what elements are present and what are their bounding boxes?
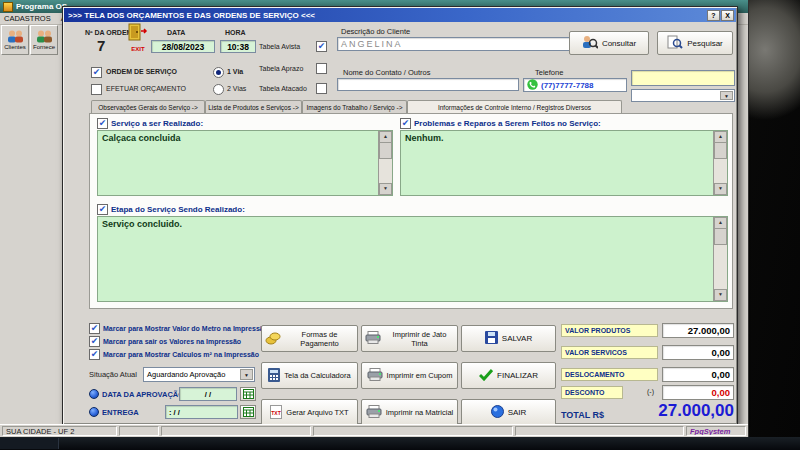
printer-icon (365, 331, 381, 346)
sair-valores-checkbox[interactable] (89, 336, 100, 347)
extra-yellow-field[interactable] (631, 70, 735, 86)
tab-controle-interno[interactable]: Informações de Controle Interno / Regist… (407, 100, 622, 114)
efetuar-orcamento-label: EFETUAR ORÇAMENTO (106, 85, 186, 92)
tab-lista-produtos[interactable]: Lista de Produtos e Serviços -> (205, 100, 302, 114)
data-aprovacao-calendar-button[interactable] (240, 387, 256, 401)
telefone-label: Telefone (535, 68, 563, 77)
tabela-avista-label: Tabela Avista (259, 43, 300, 50)
tab-observacoes-gerais[interactable]: Observações Gerais do Serviço -> (91, 100, 205, 114)
radio-2-vias[interactable] (213, 84, 224, 95)
problemas-checkbox[interactable] (400, 118, 411, 129)
sair-label: SAIR (508, 408, 527, 417)
sair-button[interactable]: SAIR (461, 399, 556, 426)
contato-label: Nome do Contato / Outros (343, 68, 431, 77)
menu-cadastros[interactable]: CADASTROS (4, 14, 51, 23)
taskbar[interactable] (0, 437, 800, 450)
blue-bullet-icon (89, 389, 99, 399)
tabela-aprazo-label: Tabela Aprazo (259, 65, 303, 72)
tabela-aprazo-checkbox[interactable] (316, 63, 327, 74)
imprimir-cupom-button[interactable]: Imprimir em Cupom (361, 362, 458, 389)
tabela-avista-checkbox[interactable] (316, 41, 327, 52)
exit-button[interactable]: EXIT (127, 23, 149, 52)
formas-pagamento-label: Formas de Pagamento (285, 330, 354, 348)
deslocamento-field[interactable]: 0,00 (662, 367, 734, 382)
scrollbar-thumb[interactable] (379, 142, 392, 159)
formas-pagamento-button[interactable]: Formas de Pagamento (261, 325, 358, 352)
salvar-button[interactable]: SALVAR (461, 325, 556, 352)
clientes-button[interactable]: Clientes (1, 25, 29, 55)
valor-servicos-value: 0,00 (712, 347, 731, 358)
whatsapp-icon[interactable] (527, 79, 538, 92)
exit-label: EXIT (131, 46, 144, 52)
scrollbar[interactable] (713, 131, 727, 195)
gerar-txt-button[interactable]: TXT Gerar Arquivo TXT (261, 399, 358, 426)
scrollbar[interactable] (713, 217, 727, 301)
situacao-atual-combobox[interactable]: Aguardando Aprovação (143, 367, 255, 382)
app-icon (3, 2, 13, 12)
tab-imagens-trabalho[interactable]: Imagens do Trabalho / Serviço -> (302, 100, 407, 114)
order-number-value: 7 (97, 37, 105, 54)
statusbar-panel (161, 426, 311, 436)
problemas-textarea[interactable]: Nenhum. (400, 130, 728, 196)
entrega-field[interactable]: : / / (165, 405, 238, 419)
date-value: 28/08/2023 (162, 42, 205, 52)
consultar-button[interactable]: Consultar (569, 31, 649, 55)
etapa-checkbox[interactable] (97, 204, 108, 215)
scrollbar-thumb[interactable] (714, 228, 727, 245)
tabela-atacado-checkbox[interactable] (316, 83, 327, 94)
telefone-value: (77)7777-7788 (541, 81, 593, 90)
etapa-textarea[interactable]: Serviço concluido. (97, 216, 728, 302)
data-aprovacao-field[interactable]: / / (179, 387, 237, 401)
order-number-label: Nº DA ORDEM (85, 29, 132, 36)
time-field[interactable]: 10:38 (220, 40, 256, 53)
scrollbar-thumb[interactable] (714, 142, 727, 159)
tela-calculadora-button[interactable]: Tela da Calculadora (261, 362, 358, 389)
telefone-field[interactable]: (77)7777-7788 (523, 78, 627, 92)
fornecedores-button[interactable]: Fornece (30, 25, 58, 55)
problemas-label: Problemas e Reparos a Serem Feitos no Se… (414, 119, 601, 128)
window-title: >>> TELA DOS ORÇAMENTOS E DAS ORDENS DE … (66, 11, 706, 20)
efetuar-orcamento-checkbox[interactable] (91, 84, 102, 95)
radio-2-vias-label: 2 Vias (227, 85, 246, 92)
data-aprovacao-value: / / (205, 390, 211, 399)
descricao-cliente-field[interactable]: ANGELINA (337, 37, 571, 51)
desconto-field[interactable]: 0,00 (662, 385, 734, 400)
desconto-value: 0,00 (712, 387, 731, 398)
check-icon (479, 369, 493, 383)
time-value: 10:38 (227, 42, 249, 52)
imprimir-jato-button[interactable]: Imprimir de Jato Tinta (361, 325, 458, 352)
mostrar-valor-metro-checkbox[interactable] (89, 323, 100, 334)
finalizar-button[interactable]: FINALIZAR (461, 362, 556, 389)
extra-combobox[interactable] (631, 89, 735, 102)
entrega-calendar-button[interactable] (240, 405, 256, 419)
calculos-m2-checkbox[interactable] (89, 349, 100, 360)
valor-produtos-field[interactable]: 27.000,00 (662, 323, 734, 338)
floppy-disk-icon (485, 331, 498, 346)
ordem-servico-label: ORDEM DE SERVIÇO (106, 68, 177, 75)
tela-calculadora-label: Tela da Calculadora (284, 371, 350, 380)
salvar-label: SALVAR (502, 334, 532, 343)
imprimir-matricial-button[interactable]: Imprimir na Matricial (361, 399, 458, 426)
ordem-servico-checkbox[interactable] (91, 67, 102, 78)
close-button[interactable]: X (721, 10, 734, 21)
servico-realizado-text: Calçaca concluida (102, 133, 181, 143)
problemas-text: Nenhum. (405, 133, 444, 143)
calculator-icon (268, 368, 280, 384)
date-field[interactable]: 28/08/2023 (151, 40, 215, 53)
valor-servicos-field[interactable]: 0,00 (662, 345, 734, 360)
sair-valores-label: Marcar para sair os Valores na Impressão (103, 338, 241, 345)
radio-1-via[interactable] (213, 67, 224, 78)
scrollbar[interactable] (378, 131, 392, 195)
printer-icon (366, 405, 382, 420)
servico-realizado-checkbox[interactable] (97, 118, 108, 129)
desktop: Programa OS CADASTROS A Clientes Fornece… (0, 0, 800, 450)
calendar-icon (243, 385, 254, 403)
pesquisar-button[interactable]: Pesquisar (657, 31, 733, 55)
help-button[interactable]: ? (707, 10, 720, 21)
entrega-value: : / / (169, 408, 180, 417)
deslocamento-label: DESLOCAMENTO (561, 368, 658, 381)
servico-realizado-textarea[interactable]: Calçaca concluida (97, 130, 393, 196)
mostrar-valor-metro-label: Marcar para Mostrar Valor do Metro na Im… (103, 325, 268, 332)
contato-field[interactable] (337, 78, 519, 91)
statusbar-panel (119, 426, 159, 436)
